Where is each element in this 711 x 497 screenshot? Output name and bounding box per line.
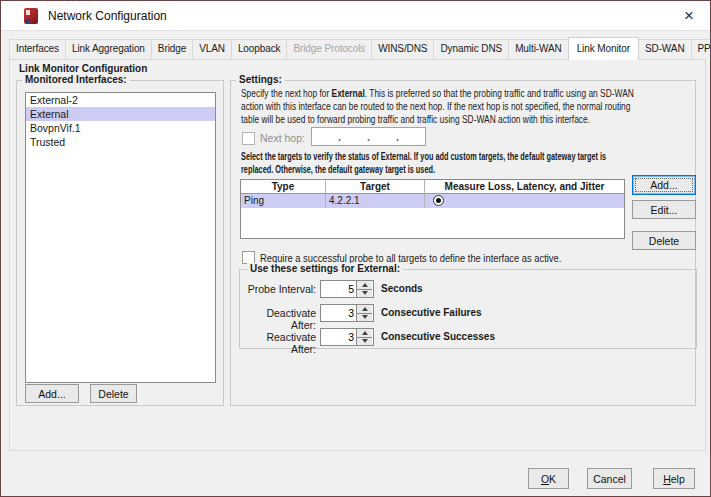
spinner-down-icon[interactable] <box>357 314 372 322</box>
tab-dynamic-dns[interactable]: Dynamic DNS <box>433 39 509 59</box>
network-configuration-dialog: Network Configuration × Interfaces Link … <box>0 0 711 497</box>
tab-loopback[interactable]: Loopback <box>231 39 288 59</box>
next-hop-checkbox[interactable] <box>242 132 255 145</box>
reactivate-after-label: Reactivate After: <box>242 331 316 355</box>
column-measure[interactable]: Measure Loss, Latency, and Jitter <box>425 180 624 194</box>
next-hop-label: Next hop: <box>260 132 305 144</box>
probe-interval-unit: Seconds <box>381 283 423 294</box>
reactivate-after-spinner <box>356 329 372 345</box>
target-delete-button[interactable]: Delete <box>632 231 696 250</box>
tab-link-aggregation[interactable]: Link Aggregation <box>65 39 152 59</box>
help-button[interactable]: Help <box>653 468 695 489</box>
link-monitor-tab-page: Link Monitor Configuration Monitored Int… <box>9 59 706 451</box>
ok-mnemonic: O <box>541 473 549 485</box>
close-icon[interactable]: × <box>678 4 700 28</box>
tab-bridge[interactable]: Bridge <box>151 39 193 59</box>
titlebar: Network Configuration × <box>1 1 710 31</box>
deactivate-after-spinner <box>356 305 372 321</box>
list-item-external[interactable]: External <box>26 107 215 121</box>
spinner-down-icon[interactable] <box>357 338 372 346</box>
row-measure-cell <box>425 194 624 208</box>
interfaces-add-button[interactable]: Add... <box>25 384 79 403</box>
list-item-external-2[interactable]: External-2 <box>26 93 215 107</box>
window-title: Network Configuration <box>48 9 167 23</box>
ip-dot: . <box>338 131 341 143</box>
next-hop-description: Specify the next hop for External. This … <box>241 87 689 126</box>
ok-rest: K <box>549 473 556 485</box>
targets-table-header: Type Target Measure Loss, Latency, and J… <box>241 180 624 194</box>
spinner-up-icon[interactable] <box>357 329 372 338</box>
tab-interfaces[interactable]: Interfaces <box>9 39 66 59</box>
ip-dot: . <box>396 131 399 143</box>
measure-radio[interactable] <box>433 195 444 206</box>
column-target[interactable]: Target <box>326 180 425 194</box>
probe-interval-label: Probe Interval: <box>242 283 316 295</box>
list-item-trusted[interactable]: Trusted <box>26 135 215 149</box>
row-target-cell: 4.2.2.1 <box>326 194 425 208</box>
tab-link-monitor[interactable]: Link Monitor <box>568 37 639 60</box>
ip-dot: . <box>367 131 370 143</box>
probe-interval-row: Probe Interval: Seconds <box>240 280 696 298</box>
tab-vlan[interactable]: VLAN <box>192 39 232 59</box>
use-settings-legend: Use these settings for External: <box>247 263 403 274</box>
probe-interval-stepper[interactable] <box>320 280 374 298</box>
row-type-cell: Ping <box>241 194 326 208</box>
settings-legend: Settings: <box>236 74 285 85</box>
tab-multi-wan[interactable]: Multi-WAN <box>508 39 569 59</box>
deactivate-after-stepper[interactable] <box>320 304 374 322</box>
tab-strip: Interfaces Link Aggregation Bridge VLAN … <box>9 38 711 59</box>
deactivate-after-input[interactable] <box>321 305 356 321</box>
help-rest: elp <box>671 473 685 485</box>
help-mnemonic: H <box>663 473 671 485</box>
probe-interval-input[interactable] <box>321 281 356 297</box>
ok-button[interactable]: OK <box>528 468 569 489</box>
next-hop-description-pre: Specify the next hop for <box>241 87 332 99</box>
tab-bridge-protocols: Bridge Protocols <box>286 39 372 59</box>
targets-table[interactable]: Type Target Measure Loss, Latency, and J… <box>240 179 625 239</box>
tab-wins-dns[interactable]: WINS/DNS <box>371 39 434 59</box>
list-item-bovpnvif-1[interactable]: BovpnVif.1 <box>26 121 215 135</box>
reactivate-after-stepper[interactable] <box>320 328 374 346</box>
reactivate-after-unit: Consecutive Successes <box>381 331 495 342</box>
monitored-interfaces-group: Monitored Interfaces: External-2 Externa… <box>16 80 224 406</box>
monitored-interfaces-legend: Monitored Interfaces: <box>22 74 130 85</box>
next-hop-ip-field[interactable]: . . . <box>311 127 426 146</box>
spinner-up-icon[interactable] <box>357 305 372 314</box>
tab-pppoe[interactable]: PPPoE <box>691 39 711 59</box>
monitored-interfaces-list[interactable]: External-2 External BovpnVif.1 Trusted <box>25 92 216 383</box>
spinner-up-icon[interactable] <box>357 281 372 290</box>
use-settings-group: Use these settings for External: Probe I… <box>239 269 697 349</box>
tab-sd-wan[interactable]: SD-WAN <box>638 39 692 59</box>
target-add-button[interactable]: Add... <box>632 175 696 195</box>
page-title: Link Monitor Configuration <box>19 63 147 74</box>
deactivate-after-row: Deactivate After: Consecutive Failures <box>240 304 696 322</box>
cancel-button[interactable]: Cancel <box>587 468 632 489</box>
target-edit-button[interactable]: Edit... <box>632 200 696 219</box>
radio-dot-icon <box>436 198 441 203</box>
app-icon <box>24 8 38 24</box>
targets-description: Select the targets to verify the status … <box>241 150 703 176</box>
probe-interval-spinner <box>356 281 372 297</box>
interfaces-delete-button[interactable]: Delete <box>90 384 137 403</box>
reactivate-after-input[interactable] <box>321 329 356 345</box>
column-type[interactable]: Type <box>241 180 326 194</box>
interface-name-bold: External <box>332 87 365 99</box>
settings-group: Settings: Specify the next hop for Exter… <box>230 80 696 406</box>
deactivate-after-unit: Consecutive Failures <box>381 307 482 318</box>
table-row[interactable]: Ping 4.2.2.1 <box>241 194 624 208</box>
spinner-down-icon[interactable] <box>357 290 372 298</box>
reactivate-after-row: Reactivate After: Consecutive Successes <box>240 328 696 346</box>
